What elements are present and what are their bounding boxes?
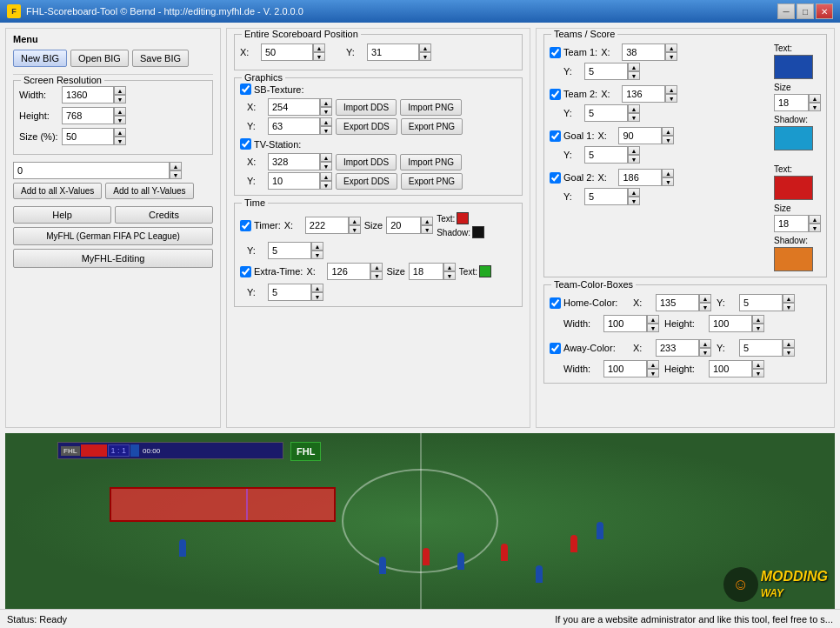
extra-x-input[interactable] (327, 263, 370, 280)
t2-x-down[interactable]: ▼ (665, 94, 677, 103)
tv-station-checkbox[interactable] (240, 138, 251, 150)
team2-x-input[interactable] (622, 85, 665, 103)
zero-down-button[interactable]: ▼ (170, 170, 182, 179)
size-down-button[interactable]: ▼ (114, 137, 126, 145)
add-x-button[interactable]: Add to all X-Values (13, 183, 102, 199)
close-button[interactable]: ✕ (816, 3, 833, 19)
sb-y-up[interactable]: ▲ (419, 43, 431, 52)
import-dds-2-button[interactable]: Import DDS (336, 154, 397, 170)
away-x-input[interactable] (656, 339, 699, 357)
sb-x-input[interactable] (261, 43, 313, 61)
team1-checkbox[interactable] (550, 47, 561, 58)
goal1-size-input[interactable] (774, 215, 809, 232)
extra-checkbox-label[interactable]: Extra-Time: (240, 266, 303, 277)
timer-y-up[interactable]: ▲ (311, 242, 323, 251)
goal1-x-input[interactable] (618, 127, 662, 144)
home-y-down[interactable]: ▼ (783, 303, 795, 311)
t1-x-down[interactable]: ▼ (665, 52, 677, 61)
home-width-down[interactable]: ▼ (647, 324, 659, 332)
home-x-input[interactable] (656, 294, 699, 311)
extra-x-up[interactable]: ▲ (370, 263, 383, 271)
extra-text-color[interactable] (479, 265, 491, 277)
export-dds-2-button[interactable]: Export DDS (336, 173, 397, 190)
height-up-button[interactable]: ▲ (114, 107, 126, 116)
team1-text-color[interactable] (774, 55, 813, 79)
export-dds-1-button[interactable]: Export DDS (336, 118, 397, 135)
timer-y-input[interactable] (268, 242, 311, 259)
away-checkbox[interactable] (550, 343, 561, 354)
g2-y-down[interactable]: ▼ (628, 197, 640, 205)
import-png-1-button[interactable]: Import PNG (400, 99, 462, 116)
home-height-up[interactable]: ▲ (752, 315, 764, 324)
away-height-input[interactable] (709, 360, 752, 377)
add-y-button[interactable]: Add to all Y-Values (105, 183, 193, 199)
timer-x-input[interactable] (305, 217, 349, 234)
timer-shadow-color[interactable] (472, 226, 484, 238)
tv-x-input[interactable] (268, 153, 320, 170)
export-png-2-button[interactable]: Export PNG (401, 173, 463, 190)
extra-x-down[interactable]: ▼ (370, 271, 383, 280)
home-y-up[interactable]: ▲ (783, 294, 795, 303)
extra-y-up[interactable]: ▲ (311, 284, 323, 292)
tv-y-down[interactable]: ▼ (320, 181, 332, 190)
t2-y-up[interactable]: ▲ (628, 104, 640, 113)
home-width-input[interactable] (603, 315, 647, 332)
zero-up-button[interactable]: ▲ (170, 162, 182, 170)
g1-size-down[interactable]: ▼ (809, 224, 821, 232)
import-png-2-button[interactable]: Import PNG (400, 154, 462, 170)
width-down-button[interactable]: ▼ (114, 95, 126, 104)
t1-y-down[interactable]: ▼ (628, 71, 640, 80)
home-x-up[interactable]: ▲ (699, 294, 711, 303)
help-button[interactable]: Help (13, 206, 111, 224)
g1-y-down[interactable]: ▼ (628, 155, 640, 164)
t1-x-up[interactable]: ▲ (665, 43, 677, 52)
away-y-up[interactable]: ▲ (783, 339, 795, 348)
team2-checkbox-label[interactable]: Team 2: (550, 89, 597, 100)
export-png-1-button[interactable]: Export PNG (401, 118, 463, 135)
g2-x-up[interactable]: ▲ (662, 169, 674, 177)
sb-texture-checkbox-label[interactable]: SB-Texture: (240, 84, 303, 95)
timer-checkbox-label[interactable]: Timer: (240, 220, 281, 231)
import-dds-1-button[interactable]: Import DDS (336, 99, 397, 116)
home-checkbox[interactable] (550, 297, 561, 309)
home-x-down[interactable]: ▼ (699, 303, 711, 311)
timer-checkbox[interactable] (240, 220, 251, 231)
size-up-button[interactable]: ▲ (114, 128, 126, 137)
sb-tex-y-up[interactable]: ▲ (320, 117, 332, 126)
tv-y-input[interactable] (268, 172, 320, 190)
size-input[interactable] (62, 128, 114, 145)
extra-checkbox[interactable] (240, 266, 251, 277)
sb-tex-x-up[interactable]: ▲ (320, 98, 332, 107)
goal2-x-input[interactable] (618, 169, 662, 186)
extra-size-down[interactable]: ▼ (443, 271, 456, 280)
away-y-down[interactable]: ▼ (783, 348, 795, 357)
goal2-y-input[interactable] (584, 188, 628, 205)
extra-size-input[interactable] (409, 263, 443, 280)
g2-y-up[interactable]: ▲ (628, 188, 640, 197)
open-big-button[interactable]: Open BIG (70, 50, 129, 67)
team1-checkbox-label[interactable]: Team 1: (550, 47, 597, 58)
timer-size-up[interactable]: ▲ (421, 217, 433, 225)
sb-tex-x-down[interactable]: ▼ (320, 107, 332, 116)
away-checkbox-label[interactable]: Away-Color: (550, 343, 628, 354)
sb-x-up[interactable]: ▲ (313, 43, 325, 52)
timer-x-down[interactable]: ▼ (349, 225, 361, 234)
t1-size-down[interactable]: ▼ (809, 103, 821, 111)
home-height-down[interactable]: ▼ (752, 324, 764, 332)
width-up-button[interactable]: ▲ (114, 86, 126, 95)
goal1-shadow-color[interactable] (774, 247, 813, 271)
timer-size-input[interactable] (386, 217, 421, 234)
away-width-up[interactable]: ▲ (647, 360, 659, 369)
sb-x-down[interactable]: ▼ (313, 52, 325, 61)
tv-x-down[interactable]: ▼ (320, 162, 332, 170)
away-x-down[interactable]: ▼ (699, 348, 711, 357)
t2-x-up[interactable]: ▲ (665, 85, 677, 94)
timer-text-color[interactable] (457, 212, 469, 224)
team1-size-input[interactable] (774, 94, 809, 111)
t2-y-down[interactable]: ▼ (628, 113, 640, 122)
new-big-button[interactable]: New BIG (13, 50, 67, 67)
away-width-input[interactable] (603, 360, 647, 377)
t1-y-up[interactable]: ▲ (628, 63, 640, 71)
timer-x-up[interactable]: ▲ (349, 217, 361, 225)
zero-input[interactable] (13, 162, 170, 179)
